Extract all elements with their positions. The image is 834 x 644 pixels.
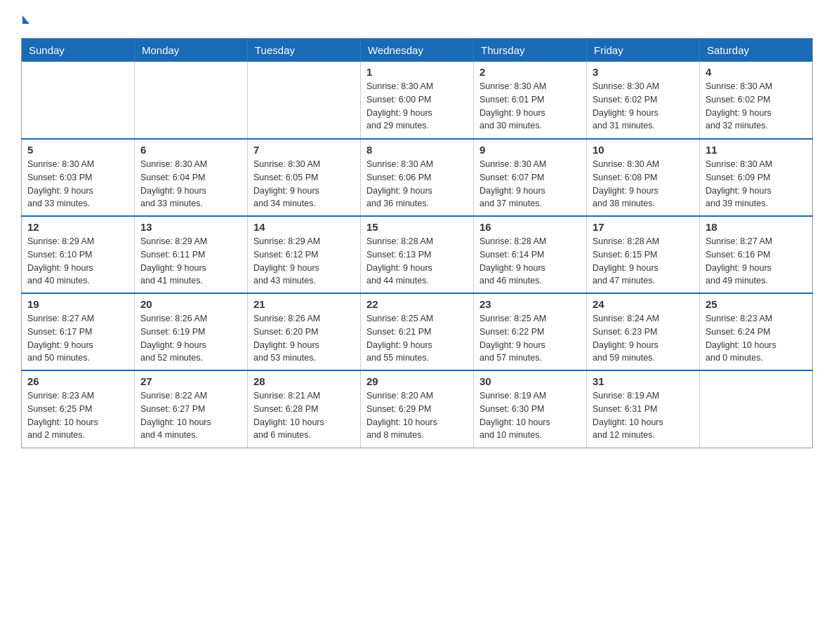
weekday-header-tuesday: Tuesday: [248, 39, 361, 62]
day-number: 15: [366, 221, 468, 233]
weekday-header-saturday: Saturday: [700, 39, 813, 62]
day-number: 17: [593, 221, 694, 233]
day-number: 3: [593, 66, 694, 78]
calendar-cell: 17Sunrise: 8:28 AM Sunset: 6:15 PM Dayli…: [587, 216, 700, 293]
page-header: [21, 14, 813, 24]
day-info: Sunrise: 8:30 AM Sunset: 6:02 PM Dayligh…: [593, 80, 694, 133]
week-row-0: 1Sunrise: 8:30 AM Sunset: 6:00 PM Daylig…: [22, 62, 813, 139]
day-number: 8: [366, 144, 468, 156]
calendar-cell: 20Sunrise: 8:26 AM Sunset: 6:19 PM Dayli…: [135, 293, 248, 370]
calendar-cell: 22Sunrise: 8:25 AM Sunset: 6:21 PM Dayli…: [361, 293, 474, 370]
calendar-cell: [135, 62, 248, 139]
calendar-cell: 15Sunrise: 8:28 AM Sunset: 6:13 PM Dayli…: [361, 216, 474, 293]
day-number: 6: [140, 144, 241, 156]
calendar-cell: 7Sunrise: 8:30 AM Sunset: 6:05 PM Daylig…: [248, 139, 361, 216]
day-number: 30: [479, 375, 581, 387]
day-number: 16: [479, 221, 581, 233]
day-info: Sunrise: 8:24 AM Sunset: 6:23 PM Dayligh…: [593, 312, 694, 365]
day-info: Sunrise: 8:26 AM Sunset: 6:20 PM Dayligh…: [253, 312, 355, 365]
calendar-cell: 18Sunrise: 8:27 AM Sunset: 6:16 PM Dayli…: [700, 216, 813, 293]
day-number: 25: [706, 298, 807, 310]
day-info: Sunrise: 8:28 AM Sunset: 6:13 PM Dayligh…: [366, 235, 468, 288]
calendar-cell: 10Sunrise: 8:30 AM Sunset: 6:08 PM Dayli…: [587, 139, 700, 216]
day-info: Sunrise: 8:29 AM Sunset: 6:12 PM Dayligh…: [253, 235, 355, 288]
day-info: Sunrise: 8:30 AM Sunset: 6:01 PM Dayligh…: [479, 80, 581, 133]
day-info: Sunrise: 8:30 AM Sunset: 6:06 PM Dayligh…: [366, 158, 468, 210]
calendar-cell: 2Sunrise: 8:30 AM Sunset: 6:01 PM Daylig…: [474, 62, 587, 139]
weekday-header-friday: Friday: [587, 39, 700, 62]
day-info: Sunrise: 8:29 AM Sunset: 6:10 PM Dayligh…: [27, 235, 128, 288]
calendar-cell: 8Sunrise: 8:30 AM Sunset: 6:06 PM Daylig…: [361, 139, 474, 216]
day-info: Sunrise: 8:27 AM Sunset: 6:17 PM Dayligh…: [27, 312, 128, 365]
weekday-header-monday: Monday: [135, 39, 248, 62]
calendar-cell: 31Sunrise: 8:19 AM Sunset: 6:31 PM Dayli…: [587, 370, 700, 448]
day-info: Sunrise: 8:29 AM Sunset: 6:11 PM Dayligh…: [140, 235, 241, 288]
week-row-1: 5Sunrise: 8:30 AM Sunset: 6:03 PM Daylig…: [22, 139, 813, 216]
day-info: Sunrise: 8:23 AM Sunset: 6:25 PM Dayligh…: [27, 389, 128, 442]
day-number: 18: [706, 221, 807, 233]
day-number: 28: [253, 375, 355, 387]
day-number: 10: [593, 144, 694, 156]
calendar-cell: [700, 370, 813, 448]
day-info: Sunrise: 8:30 AM Sunset: 6:03 PM Dayligh…: [27, 158, 128, 210]
day-info: Sunrise: 8:25 AM Sunset: 6:22 PM Dayligh…: [479, 312, 581, 365]
calendar-cell: 13Sunrise: 8:29 AM Sunset: 6:11 PM Dayli…: [135, 216, 248, 293]
calendar-cell: 11Sunrise: 8:30 AM Sunset: 6:09 PM Dayli…: [700, 139, 813, 216]
calendar-header: SundayMondayTuesdayWednesdayThursdayFrid…: [22, 39, 813, 62]
week-row-3: 19Sunrise: 8:27 AM Sunset: 6:17 PM Dayli…: [22, 293, 813, 370]
day-number: 12: [27, 221, 128, 233]
day-info: Sunrise: 8:30 AM Sunset: 6:05 PM Dayligh…: [253, 158, 355, 210]
calendar-cell: 26Sunrise: 8:23 AM Sunset: 6:25 PM Dayli…: [22, 370, 135, 448]
day-number: 27: [140, 375, 241, 387]
weekday-header-wednesday: Wednesday: [361, 39, 474, 62]
day-number: 5: [27, 144, 128, 156]
day-info: Sunrise: 8:30 AM Sunset: 6:07 PM Dayligh…: [479, 158, 581, 210]
calendar-cell: [248, 62, 361, 139]
day-info: Sunrise: 8:26 AM Sunset: 6:19 PM Dayligh…: [140, 312, 241, 365]
day-info: Sunrise: 8:30 AM Sunset: 6:08 PM Dayligh…: [593, 158, 694, 210]
day-info: Sunrise: 8:27 AM Sunset: 6:16 PM Dayligh…: [706, 235, 807, 288]
calendar-cell: 9Sunrise: 8:30 AM Sunset: 6:07 PM Daylig…: [474, 139, 587, 216]
weekday-header-thursday: Thursday: [474, 39, 587, 62]
calendar-cell: 14Sunrise: 8:29 AM Sunset: 6:12 PM Dayli…: [248, 216, 361, 293]
day-number: 26: [27, 375, 128, 387]
calendar-cell: 28Sunrise: 8:21 AM Sunset: 6:28 PM Dayli…: [248, 370, 361, 448]
day-info: Sunrise: 8:22 AM Sunset: 6:27 PM Dayligh…: [140, 389, 241, 442]
calendar-cell: 3Sunrise: 8:30 AM Sunset: 6:02 PM Daylig…: [587, 62, 700, 139]
calendar-cell: 16Sunrise: 8:28 AM Sunset: 6:14 PM Dayli…: [474, 216, 587, 293]
day-number: 29: [366, 375, 468, 387]
day-info: Sunrise: 8:19 AM Sunset: 6:31 PM Dayligh…: [593, 389, 694, 442]
day-info: Sunrise: 8:20 AM Sunset: 6:29 PM Dayligh…: [366, 389, 468, 442]
logo-triangle-icon: [22, 15, 29, 24]
calendar-table: SundayMondayTuesdayWednesdayThursdayFrid…: [21, 38, 813, 448]
weekday-header-sunday: Sunday: [22, 39, 135, 62]
calendar-cell: 5Sunrise: 8:30 AM Sunset: 6:03 PM Daylig…: [22, 139, 135, 216]
calendar-cell: 21Sunrise: 8:26 AM Sunset: 6:20 PM Dayli…: [248, 293, 361, 370]
calendar-cell: [22, 62, 135, 139]
day-info: Sunrise: 8:30 AM Sunset: 6:00 PM Dayligh…: [366, 80, 468, 133]
day-info: Sunrise: 8:30 AM Sunset: 6:09 PM Dayligh…: [706, 158, 807, 210]
day-number: 7: [253, 144, 355, 156]
weekday-header-row: SundayMondayTuesdayWednesdayThursdayFrid…: [22, 39, 813, 62]
calendar-cell: 6Sunrise: 8:30 AM Sunset: 6:04 PM Daylig…: [135, 139, 248, 216]
day-number: 13: [140, 221, 241, 233]
day-number: 11: [706, 144, 807, 156]
day-number: 2: [479, 66, 581, 78]
day-info: Sunrise: 8:19 AM Sunset: 6:30 PM Dayligh…: [479, 389, 581, 442]
calendar-cell: 29Sunrise: 8:20 AM Sunset: 6:29 PM Dayli…: [361, 370, 474, 448]
day-info: Sunrise: 8:28 AM Sunset: 6:15 PM Dayligh…: [593, 235, 694, 288]
day-info: Sunrise: 8:23 AM Sunset: 6:24 PM Dayligh…: [706, 312, 807, 365]
calendar-cell: 4Sunrise: 8:30 AM Sunset: 6:02 PM Daylig…: [700, 62, 813, 139]
day-info: Sunrise: 8:30 AM Sunset: 6:02 PM Dayligh…: [706, 80, 807, 133]
calendar-cell: 23Sunrise: 8:25 AM Sunset: 6:22 PM Dayli…: [474, 293, 587, 370]
day-info: Sunrise: 8:21 AM Sunset: 6:28 PM Dayligh…: [253, 389, 355, 442]
calendar-cell: 19Sunrise: 8:27 AM Sunset: 6:17 PM Dayli…: [22, 293, 135, 370]
day-number: 14: [253, 221, 355, 233]
week-row-2: 12Sunrise: 8:29 AM Sunset: 6:10 PM Dayli…: [22, 216, 813, 293]
day-number: 1: [366, 66, 468, 78]
calendar-cell: 27Sunrise: 8:22 AM Sunset: 6:27 PM Dayli…: [135, 370, 248, 448]
day-info: Sunrise: 8:30 AM Sunset: 6:04 PM Dayligh…: [140, 158, 241, 210]
calendar-body: 1Sunrise: 8:30 AM Sunset: 6:00 PM Daylig…: [22, 62, 813, 448]
logo: [21, 14, 29, 24]
day-number: 20: [140, 298, 241, 310]
